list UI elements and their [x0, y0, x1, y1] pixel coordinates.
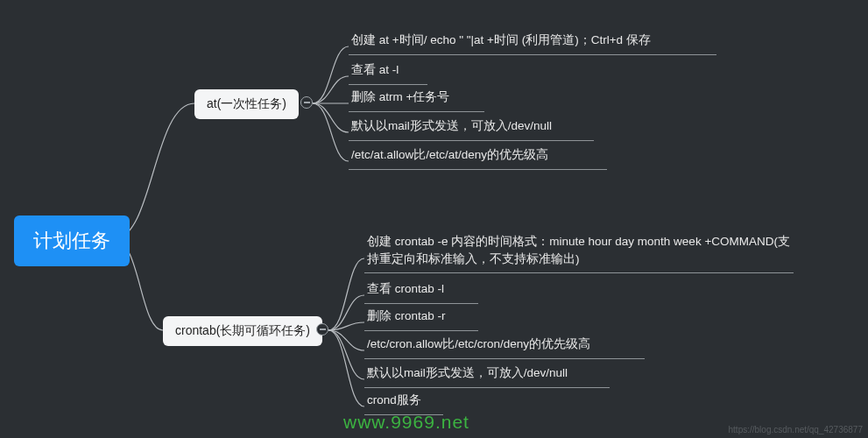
- leaf-cron-create[interactable]: 创建 crontab -e 内容的时间格式：minute hour day mo…: [364, 233, 794, 273]
- leaf-at-mail[interactable]: 默认以mail形式发送，可放入/dev/null: [349, 117, 594, 141]
- branch-at[interactable]: at(一次性任务): [194, 89, 299, 119]
- root-label: 计划任务: [33, 230, 110, 251]
- collapse-icon[interactable]: [316, 323, 328, 336]
- leaf-cron-list[interactable]: 查看 crontab -l: [364, 280, 478, 304]
- leaf-at-allow-deny[interactable]: /etc/at.allow比/etc/at/deny的优先级高: [349, 146, 607, 170]
- leaf-at-list[interactable]: 查看 at -l: [349, 61, 427, 85]
- branch-crontab-label: crontab(长期可循环任务): [175, 323, 310, 337]
- leaf-at-create[interactable]: 创建 at +时间/ echo " "|at +时间 (利用管道)；Ctrl+d…: [349, 32, 716, 55]
- leaf-cron-allow-deny[interactable]: /etc/cron.allow比/etc/cron/deny的优先级高: [364, 336, 645, 359]
- root-node[interactable]: 计划任务: [14, 215, 130, 266]
- collapse-icon[interactable]: [300, 96, 313, 109]
- watermark-center: www.9969.net: [343, 412, 469, 433]
- leaf-cron-delete[interactable]: 删除 crontab -r: [364, 307, 478, 331]
- leaf-cron-mail[interactable]: 默认以mail形式发送，可放入/dev/null: [364, 364, 610, 388]
- branch-at-label: at(一次性任务): [207, 96, 286, 110]
- leaf-at-delete[interactable]: 删除 atrm +任务号: [349, 88, 484, 112]
- branch-crontab[interactable]: crontab(长期可循环任务): [163, 316, 322, 346]
- watermark-source: https://blog.csdn.net/qq_42736877: [729, 425, 863, 434]
